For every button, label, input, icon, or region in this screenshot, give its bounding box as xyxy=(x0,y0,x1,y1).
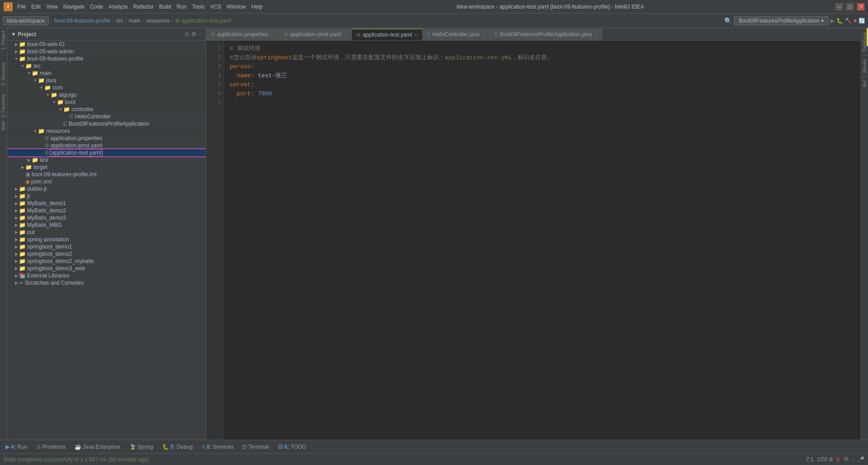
breadcrumb-main[interactable]: main xyxy=(129,18,141,24)
tab-close-hello[interactable]: ✕ xyxy=(481,32,485,37)
minimize-button[interactable]: ─ xyxy=(835,3,843,10)
debug-button[interactable]: 🐛 xyxy=(836,18,843,24)
run-button[interactable]: ▶ xyxy=(830,18,835,24)
tree-item-dubbo-jt[interactable]: ▶ 📁 dubbo-jt xyxy=(7,185,206,193)
tab-close-prod[interactable]: ✕ xyxy=(343,32,347,37)
tree-item-springboot_demo3_web[interactable]: ▶ 📁 springboot_demo3_web xyxy=(7,265,206,272)
tree-item-jt[interactable]: ▶ 📁 jt xyxy=(7,193,206,200)
favorites-tab-left[interactable]: 2: Favorites xyxy=(1,94,6,117)
tree-item-boot-09-features-profile.iml[interactable]: ▣ boot-09-features-profile.iml xyxy=(7,171,206,178)
project-tab[interactable]: 1: Project xyxy=(1,31,6,50)
tree-item-application-test.yaml[interactable]: ⚙ application-test.yaml xyxy=(7,149,206,156)
run-tool-button[interactable]: ▶ 4: Run xyxy=(2,442,31,451)
tree-item-boot[interactable]: ▼ 📁 boot xyxy=(7,99,206,106)
menu-code[interactable]: Code xyxy=(87,3,106,11)
menu-refactor[interactable]: Refactor xyxy=(131,3,156,11)
tab-label-hello: HelloController.java xyxy=(432,31,479,38)
menu-edit[interactable]: Edit xyxy=(28,3,43,11)
tree-item-controller[interactable]: ▼ 📁 controller xyxy=(7,106,206,113)
run-config-selector[interactable]: Boot09FeaturesProfileApplication ▾ xyxy=(734,16,828,25)
debug-tool-button[interactable]: 🐛 5: Debug xyxy=(159,442,196,451)
search-icon[interactable]: 🔍 xyxy=(724,17,732,24)
tree-item-application.properties[interactable]: ⚙ application.properties xyxy=(7,135,206,142)
menu-build[interactable]: Build xyxy=(156,3,174,11)
java-enterprise-button[interactable]: ☕ Java Enterprise xyxy=(71,442,124,451)
tree-item-Scratches and Consoles[interactable]: ▶ ✏ Scratches and Consoles xyxy=(7,279,206,287)
tree-item-test[interactable]: ▶ 📁 test xyxy=(7,156,206,164)
breadcrumb-src[interactable]: src xyxy=(116,18,123,24)
tab-application-properties[interactable]: ⚙ application.properties ✕ xyxy=(206,28,279,40)
menu-analyze[interactable]: Analyze xyxy=(106,3,131,11)
breadcrumb-resources[interactable]: resources xyxy=(146,18,170,24)
tab-close-app[interactable]: ✕ xyxy=(594,32,597,37)
tree-item-springboot_demo1[interactable]: ▶ 📁 springboot_demo1 xyxy=(7,243,206,250)
menu-tools[interactable]: Tools xyxy=(189,3,208,11)
code-content[interactable]: # 测试环境 #怎么告诉springboot这是一个测试环境，只需要在配置文件的… xyxy=(224,41,861,440)
arrow-springboot_demo2: ▶ xyxy=(14,252,19,256)
code-editor[interactable]: 1 2 3 4 5 6 7 # 测试环境 #怎么告诉springboot这是一个… xyxy=(206,41,861,440)
tab-close-props[interactable]: ✕ xyxy=(270,32,274,37)
spring-icon: 🍃 xyxy=(129,444,136,450)
project-settings-icon[interactable]: ⚙ xyxy=(191,31,197,38)
tree-item-resources[interactable]: ▼ 📁 resources xyxy=(7,127,206,135)
tree-item-pom.xml[interactable]: ◉ pom.xml xyxy=(7,178,206,185)
update-button[interactable]: 🔄 xyxy=(859,18,865,24)
problems-button[interactable]: ⚠ Problems xyxy=(33,442,69,451)
tree-item-MyBatis_MBG[interactable]: ▶ 📁 MyBatis_MBG xyxy=(7,221,206,229)
tree-item-MyBatis_demo2[interactable]: ▶ 📁 MyBatis_demo2 xyxy=(7,207,206,214)
tree-item-atguigu[interactable]: ▼ 📁 atguigu xyxy=(7,91,206,99)
menu-file[interactable]: File xyxy=(14,3,28,11)
tree-item-com[interactable]: ▼ 📁 com xyxy=(7,84,206,91)
tree-item-target[interactable]: ▶ 📁 target xyxy=(7,164,206,171)
structure-tab[interactable]: 2: Structure xyxy=(1,62,6,86)
tree-item-out[interactable]: ▶ 📁 out xyxy=(7,229,206,236)
tab-application-test[interactable]: ⚙ application-test.yaml ✕ xyxy=(352,28,422,40)
database-panel-tab[interactable]: Database xyxy=(861,28,868,55)
maven-panel-tab[interactable]: Maven xyxy=(861,55,868,76)
java-enterprise-label: Java Enterprise xyxy=(83,444,120,450)
project-collapse-icon[interactable]: − xyxy=(198,31,202,38)
arrow-springboot_demo1: ▶ xyxy=(14,244,19,249)
menu-help[interactable]: Help xyxy=(249,3,265,11)
tree-item-java[interactable]: ▼ 📁 java xyxy=(7,77,206,84)
project-locate-icon[interactable]: ⊙ xyxy=(184,31,189,38)
tree-item-MyBatis_demo3[interactable]: ▶ 📁 MyBatis_demo3 xyxy=(7,214,206,221)
tree-item-boot-05-web-01[interactable]: ▶ 📁 boot-05-web-01 xyxy=(7,41,206,48)
spring-button[interactable]: 🍃 Spring xyxy=(126,442,157,451)
terminal-button[interactable]: ⊡ Terminal xyxy=(239,442,272,451)
tree-item-application-prod.yaml[interactable]: ⚙ application-prod.yaml xyxy=(7,142,206,149)
tab-close-test[interactable]: ✕ xyxy=(414,33,418,38)
tree-item-boot-05-web-admin[interactable]: ▶ 📁 boot-05-web-admin xyxy=(7,48,206,55)
tree-item-springboot_demo2[interactable]: ▶ 📁 springboot_demo2 xyxy=(7,250,206,258)
tree-item-Boot09FeaturesProfileApplication[interactable]: C Boot09FeaturesProfileApplication xyxy=(7,120,206,127)
project-selector[interactable]: idea-workspace xyxy=(3,16,49,25)
services-button[interactable]: ≡ 8: Services xyxy=(198,442,237,451)
tab-application-prod[interactable]: ⚙ application-prod.yaml ✕ xyxy=(279,28,352,40)
tab-hello-controller[interactable]: C HelloController.java ✕ xyxy=(423,28,490,40)
close-button[interactable]: ✕ xyxy=(857,3,864,10)
tree-item-springboot_demo2_mybatis[interactable]: ▶ 📁 springboot_demo2_mybatis xyxy=(7,258,206,265)
tree-item-main[interactable]: ▼ 📁 main xyxy=(7,70,206,77)
restore-button[interactable]: □ xyxy=(846,3,854,10)
web-tab[interactable]: Web xyxy=(1,121,6,130)
menu-vcs[interactable]: VCS xyxy=(208,3,224,11)
tab-boot-app[interactable]: C Boot09FeaturesProfileApplication.java … xyxy=(490,28,602,40)
tree-item-boot-09-features-profile[interactable]: ▼ 📁 boot-09-features-profile xyxy=(7,55,206,62)
menu-navigate[interactable]: Navigate xyxy=(61,3,87,11)
tree-item-MyBatis_demo1[interactable]: ▶ 📁 MyBatis_demo1 xyxy=(7,200,206,207)
menu-window[interactable]: Window xyxy=(224,3,249,11)
tree-item-External Libraries[interactable]: ▶ 📚 External Libraries xyxy=(7,272,206,279)
todo-button[interactable]: ☑ 6: TODO xyxy=(274,442,310,451)
icon-boot: 📁 xyxy=(57,99,64,105)
menu-view[interactable]: View xyxy=(43,3,61,11)
sougou-icon: S xyxy=(836,456,840,463)
stop-button[interactable]: ■ xyxy=(854,18,857,24)
breadcrumb-profile[interactable]: boot-09-features-profile xyxy=(54,18,111,24)
menu-run[interactable]: Run xyxy=(174,3,189,11)
build-button[interactable]: 🔨 xyxy=(845,18,852,24)
breadcrumb-file[interactable]: ⚙ application-test.yaml xyxy=(175,18,231,24)
ant-panel-tab[interactable]: Ant xyxy=(861,76,868,91)
tree-item-spring-annotation[interactable]: ▶ 📁 spring-annotation xyxy=(7,236,206,243)
tree-item-HelloController[interactable]: C HelloController xyxy=(7,113,206,120)
tree-item-src[interactable]: ▼ 📁 src xyxy=(7,62,206,70)
